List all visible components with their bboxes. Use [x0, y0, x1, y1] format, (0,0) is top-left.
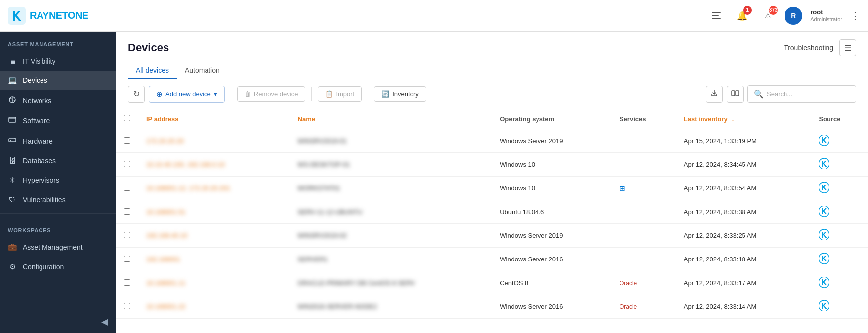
row-checkbox[interactable]: [124, 279, 130, 286]
header-right: 🔔 1 ⚠ 373 R root Administrator ⋮: [707, 7, 860, 25]
col-services: Services: [612, 109, 676, 129]
svg-rect-10: [736, 91, 739, 96]
import-btn[interactable]: 📋 Import: [318, 86, 362, 102]
sidebar-item-label: IT Visibility: [23, 57, 55, 65]
export-btn[interactable]: [706, 86, 723, 103]
sidebar-item-label: Software: [23, 117, 50, 125]
notifications-btn[interactable]: 🔔 1: [733, 7, 751, 25]
content-area: Devices Troubleshooting ☰ All devices Au…: [116, 32, 868, 333]
cell-ip: 192.168.40.10: [138, 224, 290, 248]
cell-name: WINSRV2019-02: [290, 224, 493, 248]
raynet-source-icon: [819, 277, 829, 288]
table-row: 192.168.40.10WINSRV2019-02Windows Server…: [116, 224, 868, 248]
hardware-icon: [8, 136, 17, 146]
main-layout: Asset Management 🖥 IT Visibility 💻 Devic…: [0, 32, 868, 333]
search-box[interactable]: 🔍: [747, 85, 856, 103]
toolbar-sep-3: [368, 87, 368, 101]
sidebar-item-software[interactable]: Software: [0, 111, 116, 131]
troubleshooting-menu-btn[interactable]: ☰: [839, 39, 856, 56]
table-row: 10.10.40.100, 192.168.0.10WS-DESKTOP-01W…: [116, 153, 868, 177]
windows-badge: ⊞: [620, 185, 625, 192]
row-checkbox[interactable]: [124, 256, 130, 262]
sidebar-item-networks[interactable]: Networks: [0, 90, 116, 111]
search-icon: 🔍: [754, 89, 764, 99]
network-icon: [8, 96, 17, 105]
inventory-label: Inventory: [392, 90, 418, 98]
sidebar-item-label: Databases: [23, 157, 56, 165]
table-row: 10.168001.22WIN2016-SERVER-NODE2Windows …: [116, 295, 868, 319]
sidebar-item-hypervisors[interactable]: ✳ Hypervisors: [0, 170, 116, 190]
sidebar-item-asset-management-workspace[interactable]: 💼 Asset Management: [0, 237, 116, 257]
logo-icon: [8, 7, 26, 25]
cell-source: [811, 224, 868, 248]
select-all-col: [116, 109, 138, 129]
alerts-btn[interactable]: ⚠ 373: [759, 7, 777, 25]
menu-lines-btn[interactable]: [707, 7, 725, 25]
sidebar-item-hardware[interactable]: Hardware: [0, 131, 116, 151]
tab-all-devices[interactable]: All devices: [128, 62, 177, 79]
cell-name: SERV-11-12-UBUNTU: [290, 200, 493, 224]
remove-device-label: Remove device: [254, 90, 298, 98]
remove-device-btn[interactable]: 🗑 Remove device: [237, 86, 306, 102]
table-body: 172.20.20.20WINSRV2019-01Windows Server …: [116, 129, 868, 319]
user-avatar[interactable]: R: [785, 7, 802, 25]
sidebar-item-label: Networks: [23, 97, 51, 105]
notifications-badge: 1: [743, 6, 752, 15]
columns-btn[interactable]: [727, 86, 744, 103]
tab-automation[interactable]: Automation: [177, 62, 228, 79]
select-all-checkbox[interactable]: [124, 115, 130, 121]
row-checkbox[interactable]: [124, 185, 130, 191]
row-checkbox[interactable]: [124, 208, 130, 215]
page-header-top: Devices Troubleshooting ☰: [128, 39, 856, 56]
row-checkbox[interactable]: [124, 161, 130, 167]
sidebar-item-configuration[interactable]: ⚙ Configuration: [0, 257, 116, 277]
user-name: root: [810, 8, 842, 16]
cell-source: [811, 271, 868, 295]
toolbar-sep-1: [231, 87, 231, 101]
sidebar-item-it-visibility[interactable]: 🖥 IT Visibility: [0, 51, 116, 71]
sidebar-item-vulnerabilities[interactable]: 🛡 Vulnerabilities: [0, 190, 116, 209]
sidebar-item-label: Devices: [23, 76, 47, 84]
raynet-source-icon: [819, 135, 829, 146]
sidebar-item-label: Hypervisors: [23, 176, 59, 184]
sidebar-collapse-btn[interactable]: ◀: [0, 310, 116, 333]
table-row: 10.168001.51SERV-11-12-UBUNTUUbuntu 18.0…: [116, 200, 868, 224]
config-icon: ⚙: [8, 262, 17, 271]
cell-ip: 10.168001.22: [138, 295, 290, 319]
raynet-source-icon: [819, 206, 829, 217]
row-checkbox[interactable]: [124, 137, 130, 144]
add-new-device-btn[interactable]: ⊕ Add new device ▾: [149, 86, 225, 103]
col-last-inventory[interactable]: Last inventory ↓: [676, 109, 811, 129]
more-options-btn[interactable]: ⋮: [850, 10, 860, 22]
import-icon: 📋: [325, 90, 333, 98]
sidebar-item-devices[interactable]: 💻 Devices: [0, 71, 116, 90]
trash-icon: 🗑: [245, 90, 251, 98]
col-os: Operating system: [492, 109, 612, 129]
table-row: 172.20.20.20WINSRV2019-01Windows Server …: [116, 129, 868, 153]
cell-source: [811, 177, 868, 200]
inventory-icon: 🔄: [381, 90, 389, 98]
alerts-badge: 373: [769, 6, 778, 15]
cell-last-inventory: Apr 15, 2024, 1:33:19 PM: [676, 129, 811, 153]
inventory-btn[interactable]: 🔄 Inventory: [374, 86, 426, 102]
cell-last-inventory: Apr 12, 2024, 8:33:54 AM: [676, 177, 811, 200]
cell-services: Oracle: [612, 295, 676, 319]
sidebar-item-databases[interactable]: 🗄 Databases: [0, 151, 116, 170]
refresh-btn[interactable]: ↻: [128, 86, 145, 103]
workspace-icon: 💼: [8, 243, 17, 252]
menu-icon: [712, 12, 721, 19]
cell-source: [811, 153, 868, 177]
sort-arrow-icon: ↓: [731, 115, 735, 123]
toolbar-sep-2: [311, 87, 312, 101]
row-checkbox[interactable]: [124, 303, 130, 309]
page-tabs: All devices Automation: [128, 62, 856, 79]
monitor-icon: 🖥: [8, 57, 17, 65]
cell-ip: 10.168001.11: [138, 271, 290, 295]
cell-name: ORACLE-PRIMARY DB CentOS 8 SERV: [290, 271, 493, 295]
row-checkbox[interactable]: [124, 232, 130, 238]
user-role: Administrator: [810, 16, 842, 23]
search-input[interactable]: [767, 90, 850, 98]
cell-ip: 10.168001.12, 172.20.20.201: [138, 177, 290, 200]
devices-table: IP address Name Operating system Service…: [116, 109, 868, 319]
cell-services: ⊞: [612, 177, 676, 200]
